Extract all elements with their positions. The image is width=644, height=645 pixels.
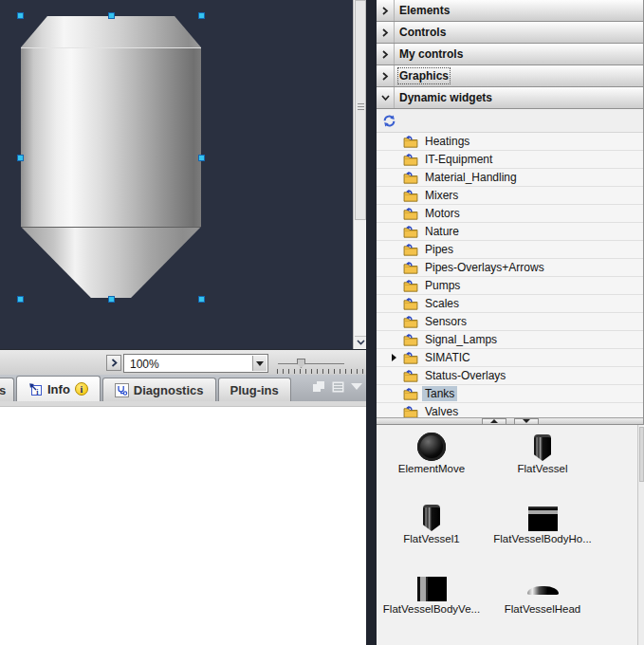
- scroll-list-down-button[interactable]: [514, 418, 539, 425]
- chevron-right-icon[interactable]: [377, 0, 395, 21]
- zoom-level-value: 100%: [130, 358, 159, 371]
- expand-arrow-icon[interactable]: [384, 354, 403, 361]
- zoom-toolbar: 100%: [0, 349, 366, 375]
- chevron-right-icon[interactable]: [377, 65, 395, 86]
- tab-info[interactable]: i Info i: [16, 376, 101, 401]
- palette-item-flatvesselbodyho[interactable]: FlatVesselBodyHo...: [485, 501, 600, 544]
- folder-label: Status-Overlays: [422, 368, 508, 383]
- palette-item-flatvesselhead[interactable]: FlatVesselHead: [485, 571, 600, 615]
- scrollbar-thumb[interactable]: [355, 0, 366, 220]
- cross-reference-icon: i: [28, 382, 43, 396]
- section-my-controls[interactable]: My controls: [377, 44, 643, 65]
- scroll-down-button[interactable]: [355, 336, 366, 348]
- tree-item-mixers[interactable]: Mixers: [377, 187, 643, 205]
- tree-item-signal-lamps[interactable]: Signal_Lamps: [377, 331, 643, 349]
- tree-item-pipes[interactable]: Pipes: [377, 241, 643, 259]
- tree-item-pumps[interactable]: Pumps: [377, 277, 643, 295]
- selection-handle-bottom-right[interactable]: [198, 296, 205, 303]
- library-folder-icon: [403, 333, 418, 346]
- folder-label: Heatings: [422, 134, 472, 149]
- tree-item-valves[interactable]: Valves: [377, 403, 643, 417]
- chevron-right-icon[interactable]: [377, 22, 395, 43]
- scrollbar-grip-icon: [358, 103, 364, 110]
- tank-graphic[interactable]: [21, 16, 201, 298]
- selection-handle-bottom-center[interactable]: [108, 296, 115, 303]
- section-controls[interactable]: Controls: [377, 22, 643, 44]
- canvas-vertical-scrollbar[interactable]: [353, 0, 366, 349]
- tree-item-scales[interactable]: Scales: [377, 295, 643, 313]
- tab-diagnostics[interactable]: Diagnostics: [102, 378, 216, 401]
- element-move-icon: [417, 433, 446, 461]
- chevron-down-icon[interactable]: [377, 87, 395, 108]
- selection-handle-top-right[interactable]: [198, 12, 205, 19]
- tank-bottom-cone: [21, 227, 201, 298]
- chevron-down-icon[interactable]: [351, 383, 362, 390]
- folder-label: SIMATIC: [422, 350, 473, 365]
- tree-item-sensors[interactable]: Sensors: [377, 313, 643, 331]
- palette-item-label: FlatVesselHead: [505, 603, 581, 615]
- section-elements[interactable]: Elements: [377, 0, 643, 22]
- selection-handle-middle-right[interactable]: [198, 155, 205, 161]
- scrollbar-thumb[interactable]: [639, 427, 644, 482]
- folder-label: IT-Equipment: [422, 152, 495, 167]
- library-folder-icon: [403, 225, 418, 238]
- library-folder-list: Heatings IT-Equipment Material_Handling: [377, 133, 643, 417]
- toolbox-panel: Elements Controls My controls Graphics D…: [377, 0, 644, 645]
- tree-item-tanks[interactable]: Tanks: [377, 385, 643, 403]
- chevron-down-icon: [256, 361, 264, 366]
- library-folder-icon: [403, 405, 418, 417]
- screen-editor-canvas[interactable]: [0, 0, 353, 349]
- chevron-right-icon: [111, 359, 118, 367]
- tree-item-nature[interactable]: Nature: [377, 223, 643, 241]
- tab-properties-partial[interactable]: s: [0, 378, 14, 401]
- tree-item-heatings[interactable]: Heatings: [377, 133, 643, 151]
- zoom-slider-thumb[interactable]: [297, 359, 305, 368]
- selection-handle-top-left[interactable]: [17, 12, 24, 19]
- tree-item-material-handling[interactable]: Material_Handling: [377, 169, 643, 187]
- tree-item-status-overlays[interactable]: Status-Overlays: [377, 367, 643, 385]
- tab-plug-ins[interactable]: Plug-ins: [218, 378, 291, 401]
- palette-item-flatvessel[interactable]: FlatVessel: [485, 431, 600, 474]
- inspector-content-panel: [0, 401, 366, 645]
- palette-scrollbar[interactable]: [637, 425, 644, 645]
- flat-vessel-body-horizontal-icon: [528, 507, 558, 531]
- palette-item-label: FlatVesselBodyHo...: [493, 533, 592, 544]
- folder-label: Material_Handling: [422, 170, 520, 185]
- chevron-right-icon[interactable]: [377, 44, 395, 64]
- library-folder-icon: [403, 261, 418, 274]
- selection-handle-middle-left[interactable]: [17, 155, 24, 161]
- zoom-slider-track[interactable]: [278, 363, 344, 364]
- library-folder-icon: [403, 387, 418, 400]
- list-palette-splitter[interactable]: [377, 417, 643, 425]
- section-dynamic-widgets[interactable]: Dynamic widgets: [377, 87, 643, 109]
- library-folder-icon: [403, 153, 418, 166]
- folder-label: Valves: [422, 404, 461, 417]
- section-graphics[interactable]: Graphics: [377, 65, 643, 87]
- selection-handle-bottom-left[interactable]: [17, 296, 24, 303]
- inspector-corner-controls: [312, 380, 362, 393]
- pane-divider[interactable]: [366, 0, 377, 645]
- library-folder-icon: [403, 243, 418, 256]
- tree-item-it-equipment[interactable]: IT-Equipment: [377, 151, 643, 169]
- palette-item-flatvessel1[interactable]: FlatVessel1: [378, 501, 485, 544]
- zoom-level-select[interactable]: 100%: [123, 354, 268, 373]
- library-folder-icon: [403, 171, 418, 184]
- tree-item-motors[interactable]: Motors: [377, 205, 643, 223]
- list-view-icon[interactable]: [332, 381, 344, 393]
- tree-item-pipes-overlays-arrows[interactable]: Pipes-Overlays+Arrows: [377, 259, 643, 277]
- zoom-expand-button[interactable]: [106, 355, 121, 371]
- inspector-tab-bar: s i Info i Diagnostics Plug-ins: [0, 375, 366, 401]
- library-folder-icon: [403, 315, 418, 328]
- palette-item-elementmove[interactable]: ElementMove: [378, 431, 485, 474]
- float-panel-icon[interactable]: [312, 380, 325, 393]
- selection-handle-top-center[interactable]: [108, 12, 115, 19]
- tree-item-simatic[interactable]: SIMATIC: [377, 349, 643, 367]
- library-folder-icon: [403, 369, 418, 382]
- scroll-list-up-button[interactable]: [482, 418, 506, 425]
- zoom-dropdown-button[interactable]: [252, 356, 267, 371]
- zoom-slider-ruler: [277, 369, 365, 374]
- palette-item-flatvesselbodyve[interactable]: FlatVesselBodyVe...: [378, 571, 485, 615]
- folder-label: Mixers: [422, 188, 461, 203]
- folder-label: Motors: [422, 206, 463, 221]
- refresh-button[interactable]: [380, 112, 397, 129]
